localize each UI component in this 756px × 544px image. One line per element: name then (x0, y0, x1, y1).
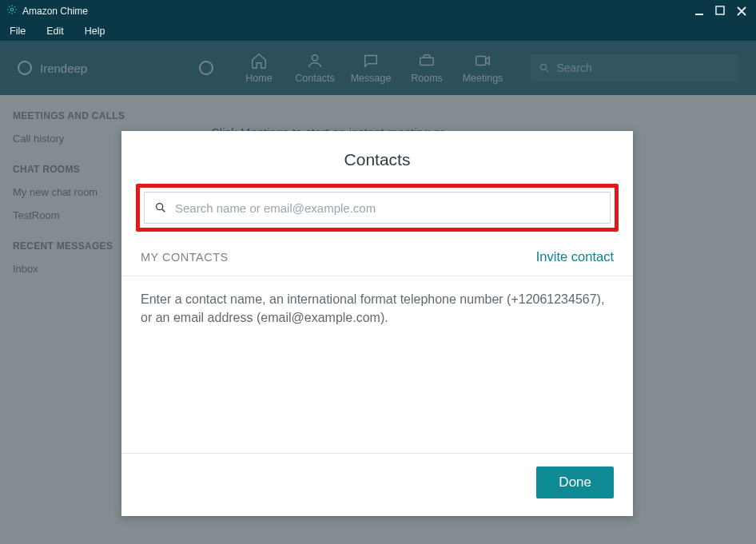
maximize-button[interactable] (713, 4, 729, 18)
modal-footer: Done (121, 453, 633, 516)
search-highlight-border (136, 184, 619, 232)
contacts-modal: Contacts MY CONTACTS Invite contact Ente… (121, 131, 633, 516)
done-button[interactable]: Done (536, 467, 614, 498)
search-icon (154, 201, 167, 214)
modal-title: Contacts (121, 131, 633, 184)
contacts-header: MY CONTACTS Invite contact (121, 232, 633, 276)
svg-rect-1 (695, 14, 703, 15)
svg-rect-2 (716, 6, 724, 14)
svg-point-0 (10, 8, 14, 11)
menu-edit[interactable]: Edit (46, 26, 64, 37)
contacts-help-text: Enter a contact name, an international f… (121, 276, 633, 341)
close-button[interactable] (734, 4, 750, 18)
menu-file[interactable]: File (10, 26, 26, 37)
menu-help[interactable]: Help (85, 26, 105, 37)
app-title: Amazon Chime (22, 6, 88, 17)
contact-search-input[interactable] (175, 201, 600, 215)
titlebar: Amazon Chime (0, 0, 756, 22)
my-contacts-label: MY CONTACTS (141, 251, 229, 264)
app-body: Irendeep Home Contacts Message Rooms (0, 41, 756, 544)
contact-search-field[interactable] (144, 192, 611, 224)
menubar: File Edit Help (0, 22, 756, 41)
minimize-button[interactable] (692, 4, 708, 18)
svg-point-7 (157, 204, 163, 210)
app-logo-icon (6, 4, 18, 18)
invite-contact-link[interactable]: Invite contact (536, 249, 614, 264)
